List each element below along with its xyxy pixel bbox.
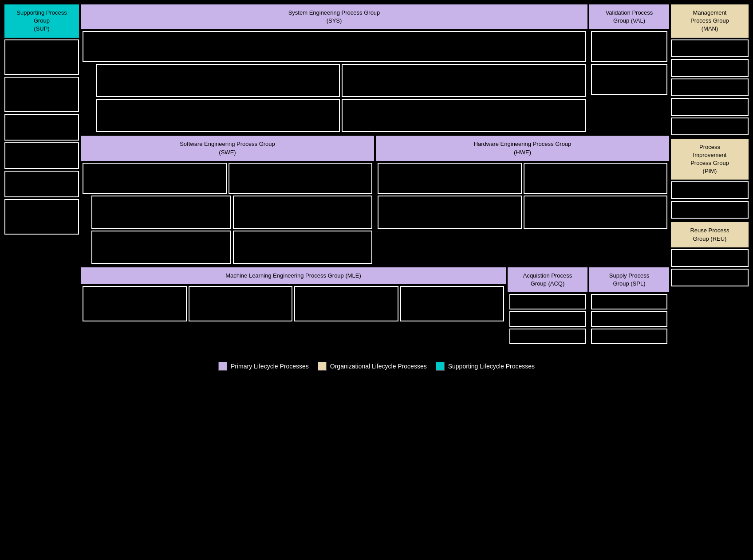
sys-process-3 [342,64,586,97]
sys-process-5 [342,99,586,132]
swe-process-1 [83,163,227,194]
reu-section: Reuse Process Group (REU) [671,222,749,286]
sup-item-1 [4,39,79,75]
acq-process-1 [509,294,586,309]
reu-process-2 [671,269,749,286]
mle-process-2 [189,286,293,321]
swe-block: Software Engineering Process Group (SWE) [81,136,374,265]
spl-processes [589,292,669,346]
spl-process-1 [591,294,667,309]
pim-processes [671,181,749,219]
mle-process-4 [400,286,505,321]
mle-process-1 [83,286,187,321]
mle-process-3 [294,286,398,321]
legend-org-label: Organizational Lifecycle Processes [330,363,427,370]
legend-support: Supporting Lifecycle Processes [436,362,535,371]
swe-row2-inner [91,196,231,229]
swe-row2-right [233,196,373,229]
swe-row3-right [233,231,373,264]
swe-row3 [81,231,374,266]
spl-header: Supply Process Group (SPL) [589,267,669,292]
sys-row3 [81,99,587,134]
hwe-process-1 [378,163,522,194]
acq-header: Acquistion Process Group (ACQ) [508,267,587,292]
acq-block: Acquistion Process Group (ACQ) [508,267,587,346]
right-org-column: Management Process Group (MAN) Process I… [671,4,749,346]
man-process-1 [671,39,749,57]
man-process-5 [671,117,749,135]
hwe-header: Hardware Engineering Process Group (HWE) [376,136,669,161]
sup-item-5 [4,171,79,197]
mle-processes [81,284,506,323]
hwe-row2 [376,196,669,231]
swe-hwe-section: Software Engineering Process Group (SWE) [81,136,669,265]
sys-row2-inner [96,64,340,97]
val-processes [589,29,669,97]
legend-primary: Primary Lifecycle Processes [218,362,309,371]
man-header: Management Process Group (MAN) [671,4,749,38]
hwe-process-3 [378,196,522,229]
sup-column: Supporting Process Group (SUP) [4,4,79,346]
mle-block: Machine Learning Engineering Process Gro… [81,267,506,346]
sys-process-2 [96,64,340,97]
reu-header: Reuse Process Group (REU) [671,222,749,247]
legend-support-box [436,362,445,371]
pim-header: Process Improvement Process Group (PIM) [671,139,749,180]
sys-process-1 [83,31,586,62]
main-grid: Supporting Process Group (SUP) System En… [4,4,749,346]
mle-acq-spl-section: Machine Learning Engineering Process Gro… [81,267,669,346]
swe-row3-inner [91,231,231,264]
swe-process-4 [233,196,373,229]
val-header: Validation Process Group (VAL) [589,4,669,29]
center-column: System Engineering Process Group (SYS) [81,4,669,346]
sup-item-6 [4,199,79,235]
sys-header: System Engineering Process Group (SYS) [81,4,587,29]
sup-item-4 [4,142,79,169]
main-container: Supporting Process Group (SUP) System En… [0,0,753,384]
hwe-row1 [376,161,669,196]
legend-support-label: Supporting Lifecycle Processes [448,363,535,370]
man-processes [671,39,749,135]
legend-org-box [318,362,327,371]
swe-process-5 [91,231,231,264]
val-block: Validation Process Group (VAL) [589,4,669,134]
man-process-2 [671,59,749,77]
pim-process-2 [671,201,749,219]
mle-header: Machine Learning Engineering Process Gro… [81,267,506,284]
pim-section: Process Improvement Process Group (PIM) [671,139,749,219]
sys-row1 [81,29,587,64]
sys-row3-inner [96,99,340,132]
swe-process-3 [91,196,231,229]
sys-row2 [81,64,587,99]
legend-org: Organizational Lifecycle Processes [318,362,427,371]
sys-row2-right [342,64,586,97]
hwe-process-2 [524,163,668,194]
sys-val-section: System Engineering Process Group (SYS) [81,4,669,134]
reu-processes [671,249,749,286]
swe-process-6 [233,231,373,264]
reu-process-1 [671,249,749,267]
sup-item-3 [4,114,79,141]
hwe-process-4 [524,196,668,229]
acq-process-2 [509,311,586,327]
man-section: Management Process Group (MAN) [671,4,749,135]
pim-process-1 [671,181,749,199]
acq-processes [508,292,587,346]
hwe-block: Hardware Engineering Process Group (HWE) [376,136,669,265]
sys-block: System Engineering Process Group (SYS) [81,4,587,134]
sup-header: Supporting Process Group (SUP) [4,4,79,38]
spl-process-2 [591,311,667,327]
val-process-1 [591,31,667,62]
legend: Primary Lifecycle Processes Organization… [4,353,749,380]
swe-header: Software Engineering Process Group (SWE) [81,136,374,161]
man-process-4 [671,98,749,116]
spl-block-inline: Supply Process Group (SPL) [589,267,669,346]
val-process-2 [591,64,667,95]
spl-process-3 [591,329,667,344]
sys-row3-right [342,99,586,132]
sup-item-2 [4,77,79,112]
swe-row2 [81,196,374,231]
legend-primary-box [218,362,227,371]
legend-primary-label: Primary Lifecycle Processes [231,363,309,370]
swe-row1 [81,161,374,196]
